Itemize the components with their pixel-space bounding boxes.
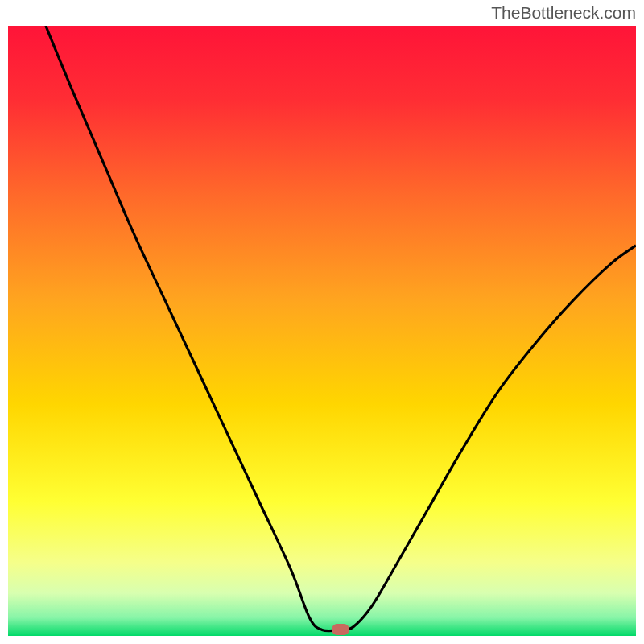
- plot-area: [8, 26, 636, 636]
- bottleneck-curve: [8, 26, 636, 636]
- watermark-text: TheBottleneck.com: [491, 3, 636, 23]
- chart-container: TheBottleneck.com: [0, 0, 644, 644]
- optimal-marker: [332, 624, 349, 635]
